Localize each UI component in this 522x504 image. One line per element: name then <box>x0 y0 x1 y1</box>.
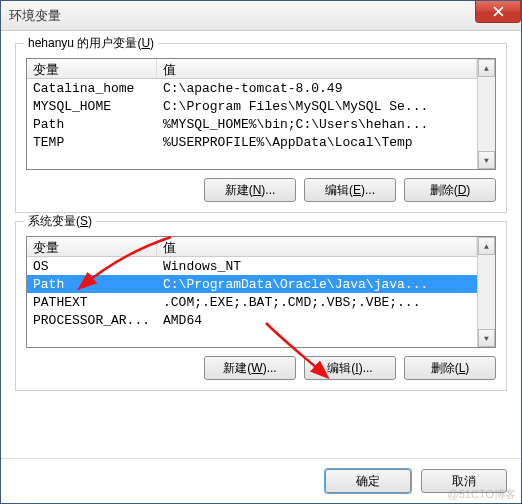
env-vars-dialog: 环境变量 hehanyu 的用户变量(U) 变量 值 Catalina_home… <box>0 0 522 504</box>
user-vars-list-content: 变量 值 Catalina_homeC:\apache-tomcat-8.0.4… <box>27 59 477 169</box>
close-button[interactable] <box>475 1 521 23</box>
dialog-footer: 确定 取消 <box>1 458 521 503</box>
system-vars-group: 系统变量(S) 变量 值 OSWindows_NT PathC:\Program… <box>15 221 507 391</box>
user-new-button[interactable]: 新建(N)... <box>204 178 296 202</box>
table-row[interactable]: TEMP%USERPROFILE%\AppData\Local\Temp <box>27 133 477 151</box>
window-title: 环境变量 <box>9 7 61 25</box>
scroll-down-icon[interactable]: ▼ <box>478 151 495 169</box>
table-row[interactable]: MYSQL_HOMEC:\Program Files\MySQL\MySQL S… <box>27 97 477 115</box>
system-new-button[interactable]: 新建(W)... <box>204 356 296 380</box>
scroll-down-icon[interactable]: ▼ <box>478 329 495 347</box>
cancel-button[interactable]: 取消 <box>421 469 507 493</box>
system-vars-rows: OSWindows_NT PathC:\ProgramData\Oracle\J… <box>27 257 477 329</box>
system-vars-list-content: 变量 值 OSWindows_NT PathC:\ProgramData\Ora… <box>27 237 477 347</box>
scroll-up-icon[interactable]: ▲ <box>478 59 495 77</box>
col-header-value[interactable]: 值 <box>157 237 477 256</box>
table-row[interactable]: OSWindows_NT <box>27 257 477 275</box>
user-vars-list[interactable]: 变量 值 Catalina_homeC:\apache-tomcat-8.0.4… <box>26 58 496 170</box>
table-row[interactable]: Catalina_homeC:\apache-tomcat-8.0.49 <box>27 79 477 97</box>
table-row[interactable]: PathC:\ProgramData\Oracle\Java\java... <box>27 275 477 293</box>
col-header-name[interactable]: 变量 <box>27 59 157 78</box>
user-vars-buttons: 新建(N)... 编辑(E)... 删除(D) <box>26 178 496 202</box>
table-row[interactable]: Path%MYSQL_HOME%\bin;C:\Users\hehan... <box>27 115 477 133</box>
ok-button[interactable]: 确定 <box>325 469 411 493</box>
dialog-body: hehanyu 的用户变量(U) 变量 值 Catalina_homeC:\ap… <box>1 31 521 458</box>
system-vars-buttons: 新建(W)... 编辑(I)... 删除(L) <box>26 356 496 380</box>
system-edit-button[interactable]: 编辑(I)... <box>304 356 396 380</box>
scroll-up-icon[interactable]: ▲ <box>478 237 495 255</box>
system-vars-list-header: 变量 值 <box>27 237 477 257</box>
user-vars-rows: Catalina_homeC:\apache-tomcat-8.0.49 MYS… <box>27 79 477 151</box>
col-header-name[interactable]: 变量 <box>27 237 157 256</box>
col-header-value[interactable]: 值 <box>157 59 477 78</box>
table-row[interactable]: PATHEXT.COM;.EXE;.BAT;.CMD;.VBS;.VBE;... <box>27 293 477 311</box>
system-delete-button[interactable]: 删除(L) <box>404 356 496 380</box>
table-row[interactable]: PROCESSOR_AR...AMD64 <box>27 311 477 329</box>
system-vars-scrollbar[interactable]: ▲ ▼ <box>477 237 495 347</box>
user-edit-button[interactable]: 编辑(E)... <box>304 178 396 202</box>
user-vars-label: hehanyu 的用户变量(U) <box>24 35 158 52</box>
user-vars-list-header: 变量 值 <box>27 59 477 79</box>
titlebar: 环境变量 <box>1 1 521 31</box>
user-vars-group: hehanyu 的用户变量(U) 变量 值 Catalina_homeC:\ap… <box>15 43 507 213</box>
system-vars-list[interactable]: 变量 值 OSWindows_NT PathC:\ProgramData\Ora… <box>26 236 496 348</box>
user-delete-button[interactable]: 删除(D) <box>404 178 496 202</box>
close-icon <box>493 6 504 17</box>
system-vars-label: 系统变量(S) <box>24 213 96 230</box>
user-vars-scrollbar[interactable]: ▲ ▼ <box>477 59 495 169</box>
